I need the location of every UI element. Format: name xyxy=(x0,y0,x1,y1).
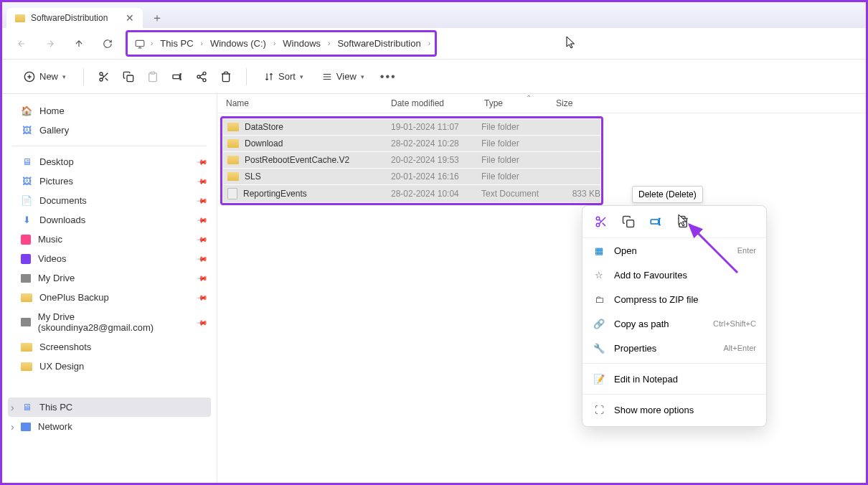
ctx-rename-button[interactable] xyxy=(647,213,664,230)
pin-icon: 📌 xyxy=(197,175,208,187)
forward-button[interactable] xyxy=(39,33,61,55)
ctx-favourites[interactable]: ☆Add to Favourites xyxy=(582,263,766,287)
file-row[interactable]: PostRebootEventCache.V220-02-2024 19:53F… xyxy=(223,152,600,168)
pin-icon: 📌 xyxy=(197,194,208,206)
navigation-pane: 🏠Home 🖼Gallery 🖥Desktop📌 🖼Pictures📌 📄Doc… xyxy=(2,94,217,483)
address-bar[interactable]: › This PC › Windows (C:) › Windows › Sof… xyxy=(126,30,437,57)
navigation-bar: › This PC › Windows (C:) › Windows › Sof… xyxy=(2,28,866,60)
close-tab-button[interactable]: ✕ xyxy=(126,12,134,24)
desktop-icon: 🖥 xyxy=(21,157,32,167)
sidebar-uxdesign[interactable]: UX Design xyxy=(8,357,211,376)
col-type[interactable]: Type xyxy=(484,98,556,108)
breadcrumb-item[interactable]: This PC xyxy=(156,35,197,52)
col-date[interactable]: Date modified xyxy=(391,98,484,108)
open-icon: ▦ xyxy=(593,244,605,257)
breadcrumb-item[interactable]: Windows xyxy=(278,35,325,52)
col-name[interactable]: Name xyxy=(226,98,391,108)
ctx-compress[interactable]: 🗀Compress to ZIP file xyxy=(582,287,766,311)
ctx-copy-path[interactable]: 🔗Copy as pathCtrl+Shift+C xyxy=(582,311,766,336)
pc-icon: 🖥 xyxy=(21,402,32,413)
svg-point-8 xyxy=(197,75,200,78)
sidebar-mydrive[interactable]: My Drive📌 xyxy=(8,268,211,288)
notepad-icon: 📝 xyxy=(593,372,605,385)
pin-icon: 📌 xyxy=(197,291,208,303)
file-row[interactable]: ReportingEvents28-02-2024 10:04Text Docu… xyxy=(223,185,600,202)
videos-icon xyxy=(21,254,31,264)
ctx-cut-button[interactable] xyxy=(593,213,610,230)
folder-icon xyxy=(15,14,25,22)
more-icon: ⛶ xyxy=(593,403,605,416)
sidebar-gallery[interactable]: 🖼Gallery xyxy=(8,121,211,140)
link-icon: 🔗 xyxy=(593,317,605,330)
ctx-edit-notepad[interactable]: 📝Edit in Notepad xyxy=(582,367,766,391)
svg-rect-0 xyxy=(136,40,144,46)
pin-icon: 📌 xyxy=(197,316,208,328)
sidebar-oneplus[interactable]: OnePlus Backup📌 xyxy=(8,288,211,307)
ctx-copy-button[interactable] xyxy=(620,213,637,230)
sidebar-network[interactable]: Network xyxy=(8,417,211,436)
paste-button[interactable] xyxy=(143,67,163,87)
wrench-icon: 🔧 xyxy=(593,342,605,354)
sort-button[interactable]: Sort▾ xyxy=(257,67,311,86)
tab-title: SoftwareDistribution xyxy=(31,13,108,23)
drive-icon xyxy=(21,274,31,283)
chevron-right-icon[interactable]: › xyxy=(328,39,330,47)
sidebar-videos[interactable]: Videos📌 xyxy=(8,249,211,268)
file-row[interactable]: Download28-02-2024 10:28File folder xyxy=(223,136,600,151)
home-icon: 🏠 xyxy=(21,106,32,116)
more-button[interactable]: ••• xyxy=(376,66,401,88)
svg-rect-13 xyxy=(651,220,659,224)
refresh-button[interactable] xyxy=(97,33,118,55)
svg-rect-5 xyxy=(151,72,154,74)
breadcrumb-item[interactable]: Windows (C:) xyxy=(206,35,270,52)
pictures-icon: 🖼 xyxy=(21,176,32,187)
sidebar-music[interactable]: Music📌 xyxy=(8,230,211,249)
music-icon xyxy=(21,235,31,245)
folder-icon xyxy=(21,362,32,371)
sort-indicator-icon: ⌃ xyxy=(526,94,532,102)
folder-icon xyxy=(21,293,32,302)
documents-icon: 📄 xyxy=(21,196,32,206)
chevron-right-icon[interactable]: › xyxy=(428,39,430,47)
view-button[interactable]: View▾ xyxy=(315,67,372,86)
chevron-right-icon[interactable]: › xyxy=(201,39,203,47)
sidebar-documents[interactable]: 📄Documents📌 xyxy=(8,191,211,210)
sidebar-mydrive-gmail[interactable]: My Drive (skoundinya28@gmail.com)📌 xyxy=(8,307,211,337)
ctx-properties[interactable]: 🔧PropertiesAlt+Enter xyxy=(582,336,766,360)
breadcrumb-item[interactable]: SoftwareDistribution xyxy=(333,35,425,52)
back-button[interactable] xyxy=(11,33,32,55)
cut-button[interactable] xyxy=(94,67,114,87)
new-button[interactable]: New▾ xyxy=(16,67,73,87)
ctx-show-more[interactable]: ⛶Show more options xyxy=(582,397,766,422)
folder-icon xyxy=(227,156,239,164)
gallery-icon: 🖼 xyxy=(21,126,32,136)
file-row[interactable]: DataStore19-01-2024 11:07File folder xyxy=(223,119,600,135)
copy-button[interactable] xyxy=(118,67,138,87)
monitor-icon xyxy=(132,36,148,52)
chevron-right-icon[interactable]: › xyxy=(151,39,153,47)
folder-icon xyxy=(227,123,239,131)
chevron-right-icon[interactable]: › xyxy=(273,39,275,47)
sidebar-pictures[interactable]: 🖼Pictures📌 xyxy=(8,171,211,191)
folder-icon xyxy=(21,343,32,352)
svg-rect-12 xyxy=(627,220,634,227)
cursor-icon xyxy=(678,215,688,227)
col-size[interactable]: Size xyxy=(556,98,599,108)
sidebar-desktop[interactable]: 🖥Desktop📌 xyxy=(8,152,211,171)
sidebar-thispc[interactable]: 🖥This PC xyxy=(8,397,211,417)
pin-icon: 📌 xyxy=(197,214,208,225)
share-button[interactable] xyxy=(192,67,212,87)
rename-button[interactable] xyxy=(167,67,187,87)
file-row[interactable]: SLS20-01-2024 16:16File folder xyxy=(223,169,600,184)
sidebar-downloads[interactable]: ⬇Downloads📌 xyxy=(8,210,211,230)
window-tab[interactable]: SoftwareDistribution ✕ xyxy=(6,8,143,28)
up-button[interactable] xyxy=(68,33,90,55)
new-tab-button[interactable]: ＋ xyxy=(147,8,167,28)
document-icon xyxy=(227,188,237,199)
delete-button[interactable] xyxy=(216,67,236,87)
sidebar-screenshots[interactable]: Screenshots xyxy=(8,337,211,357)
sidebar-home[interactable]: 🏠Home xyxy=(8,101,211,121)
pin-icon: 📌 xyxy=(197,233,208,245)
ctx-open[interactable]: ▦OpenEnter xyxy=(582,238,766,263)
svg-rect-6 xyxy=(173,75,179,78)
